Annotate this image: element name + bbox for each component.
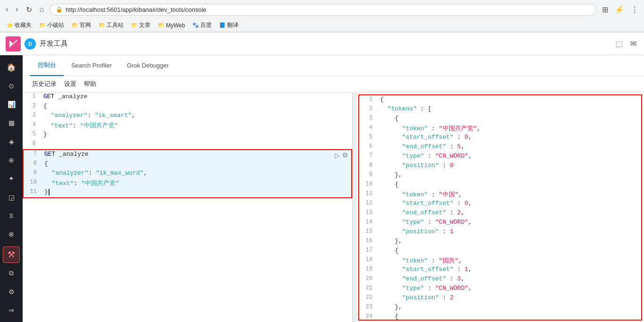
- sidebar-item-collapse[interactable]: ⇒: [3, 302, 20, 319]
- json-line-14: 14 "type" : "CN_WORD",: [359, 218, 641, 228]
- profile-button[interactable]: ⚡: [613, 3, 626, 16]
- line-number: 2: [23, 102, 40, 110]
- line-number: 1: [23, 93, 40, 100]
- toolbar: 历史记录 设置 帮助: [23, 76, 644, 93]
- json-line-6: 6 "end_offset" : 5,: [359, 143, 641, 152]
- sidebar-item-maps[interactable]: ⊕: [3, 152, 20, 168]
- sidebar-item-dashboard[interactable]: ▦: [3, 115, 20, 131]
- app-header: D 开发工具 ⬚ ✉: [0, 33, 644, 55]
- selected-block: ▷ ⧉ 7 GET _analyze 8 {: [23, 149, 352, 198]
- main-content: 🏠 ⊙ 📊 ▦ ◈ ⊕ ✦ ◲ ⧖ ⊗ ⚒ ⧉ ⚙ ⇒ 控制台 Search P…: [0, 55, 644, 322]
- dev-tools-area: 控制台 Search Profiler Grok Debugger 历史记录 设…: [23, 55, 644, 322]
- code-line-3: 3 "analyzer": "ik_smart",: [23, 111, 352, 121]
- menu-button[interactable]: ⋮: [629, 3, 640, 16]
- share-button[interactable]: ⬚: [614, 37, 625, 50]
- json-line-20: 20 "end_offset" : 3,: [359, 275, 641, 284]
- reload-button[interactable]: ↻: [24, 3, 34, 16]
- json-output: 1 { 2 "tokens" : [ 3 {: [359, 95, 641, 320]
- line-number: 9: [24, 169, 41, 177]
- app-container: D 开发工具 ⬚ ✉ 🏠 ⊙ 📊 ▦ ◈ ⊕ ✦ ◲ ⧖ ⊗ ⚒ ⧉ ⚙ ⇒: [0, 33, 644, 322]
- line-number: 4: [23, 121, 40, 128]
- tab-search-profiler[interactable]: Search Profiler: [64, 56, 119, 76]
- sidebar-item-devtools[interactable]: ⚒: [3, 246, 20, 263]
- address-bar[interactable]: 🔒 http://localhost:5601/app/kibana#/dev_…: [50, 4, 596, 16]
- sidebar-item-monitoring[interactable]: ⊗: [3, 226, 20, 243]
- bookmark-tools[interactable]: 📁 工具站: [96, 20, 126, 30]
- output-scroll[interactable]: 1 { 2 "tokens" : [ 3 {: [359, 95, 641, 320]
- sidebar-item-graph[interactable]: ⧖: [3, 207, 20, 224]
- kibana-logo: [6, 36, 21, 51]
- forward-button[interactable]: ›: [14, 3, 20, 16]
- bookmark-myweb[interactable]: 📁 MyWeb: [155, 21, 188, 30]
- code-line-9: 9 "analyzer": "ik_max_word",: [24, 169, 351, 178]
- sidebar: 🏠 ⊙ 📊 ▦ ◈ ⊕ ✦ ◲ ⧖ ⊗ ⚒ ⧉ ⚙ ⇒: [0, 55, 23, 322]
- json-line-7: 7 "type" : "CN_WORD",: [359, 152, 641, 161]
- tabs-bar: 控制台 Search Profiler Grok Debugger: [23, 55, 644, 76]
- sidebar-item-visualize[interactable]: 📊: [3, 96, 20, 113]
- browser-chrome: ‹ › ↻ ⌂ 🔒 http://localhost:5601/app/kiba…: [0, 0, 644, 33]
- tab-grok-debugger[interactable]: Grok Debugger: [119, 56, 176, 76]
- code-line-4: 4 "text": "中国共产党": [23, 121, 352, 130]
- line-content: [40, 140, 352, 148]
- bookmark-baidu[interactable]: 🐾 百度: [190, 20, 215, 30]
- gutter-actions: ▷ ⧉: [335, 151, 347, 159]
- panel-divider[interactable]: ⋮: [353, 93, 356, 322]
- json-line-15: 15 "position" : 1: [359, 228, 641, 237]
- json-line-5: 5 "start_offset" : 0,: [359, 133, 641, 143]
- json-line-21: 21 "type" : "CN_WORD",: [359, 284, 641, 294]
- bookmark-favorites[interactable]: ⭐ 收藏夹: [4, 20, 34, 30]
- line-content: {: [40, 102, 352, 110]
- copy-as-curl-button[interactable]: ⧉: [343, 151, 347, 159]
- line-number: 8: [24, 160, 41, 167]
- sidebar-item-ml[interactable]: ✦: [3, 170, 20, 187]
- line-number: 5: [23, 130, 40, 138]
- line-number: 6: [23, 140, 40, 147]
- sidebar-item-canvas[interactable]: ◈: [3, 133, 20, 150]
- code-line-6: 6: [23, 140, 352, 149]
- help-button[interactable]: 帮助: [82, 79, 98, 89]
- console-input[interactable]: 1 GET _analyze 2 { 3 "analyzer": "ik_sma…: [23, 93, 353, 322]
- json-line-4: 4 "token" : "中国共产党",: [359, 124, 641, 133]
- bookmark-official[interactable]: 📁 官网: [69, 20, 94, 30]
- folder-icon: 📁: [131, 22, 138, 28]
- sidebar-item-home[interactable]: 🏠: [3, 59, 20, 76]
- translate-icon: 📘: [219, 22, 226, 28]
- browser-toolbar: ‹ › ↻ ⌂ 🔒 http://localhost:5601/app/kiba…: [0, 0, 644, 19]
- bookmark-translate[interactable]: 📘 翻译: [216, 20, 241, 30]
- code-line-7: 7 GET _analyze: [24, 150, 351, 160]
- line-content: "text": "中国共产党": [41, 178, 351, 188]
- bookmark-articles[interactable]: 📁 文章: [128, 20, 153, 30]
- sidebar-item-discover[interactable]: ⊙: [3, 77, 20, 94]
- baidu-icon: 🐾: [192, 22, 199, 28]
- json-line-18: 18 "token" : "国共",: [359, 256, 641, 265]
- browser-icons: ⊞ ⚡ ⋮: [600, 3, 640, 16]
- bookmark-label: 工具站: [107, 21, 124, 29]
- tab-console[interactable]: 控制台: [30, 55, 64, 76]
- bookmark-bilibili[interactable]: 📁 小破站: [36, 20, 67, 30]
- code-editor[interactable]: 1 GET _analyze 2 { 3 "analyzer": "ik_sma…: [23, 93, 352, 322]
- back-button[interactable]: ‹: [4, 3, 10, 16]
- mail-button[interactable]: ✉: [628, 37, 638, 50]
- history-button[interactable]: 历史记录: [30, 79, 58, 89]
- sidebar-item-settings[interactable]: ⚙: [3, 283, 20, 300]
- folder-icon: 📁: [158, 22, 165, 28]
- json-line-24: 24 {: [359, 313, 641, 320]
- console-output[interactable]: 1 { 2 "tokens" : [ 3 {: [356, 93, 644, 322]
- code-line-10: 10 "text": "中国共产党": [24, 178, 351, 188]
- settings-button[interactable]: 设置: [62, 79, 78, 89]
- home-button[interactable]: ⌂: [38, 3, 46, 16]
- folder-icon: 📁: [39, 22, 46, 28]
- bookmark-label: 收藏夹: [15, 21, 32, 29]
- sidebar-item-timelion[interactable]: ◲: [3, 189, 20, 205]
- extensions-button[interactable]: ⊞: [600, 3, 610, 16]
- bookmark-label: 翻译: [227, 21, 239, 29]
- json-line-12: 12 "start_offset" : 0,: [359, 199, 641, 209]
- line-content: "analyzer": "ik_smart",: [40, 111, 352, 119]
- bookmark-label: MyWeb: [166, 22, 185, 29]
- json-line-22: 22 "position" : 2: [359, 294, 641, 303]
- folder-icon: 📁: [99, 22, 105, 28]
- line-content: "text": "中国共产党": [40, 121, 352, 130]
- sidebar-item-stack[interactable]: ⧉: [3, 265, 20, 281]
- line-number: 7: [24, 150, 41, 158]
- run-button[interactable]: ▷: [335, 151, 340, 159]
